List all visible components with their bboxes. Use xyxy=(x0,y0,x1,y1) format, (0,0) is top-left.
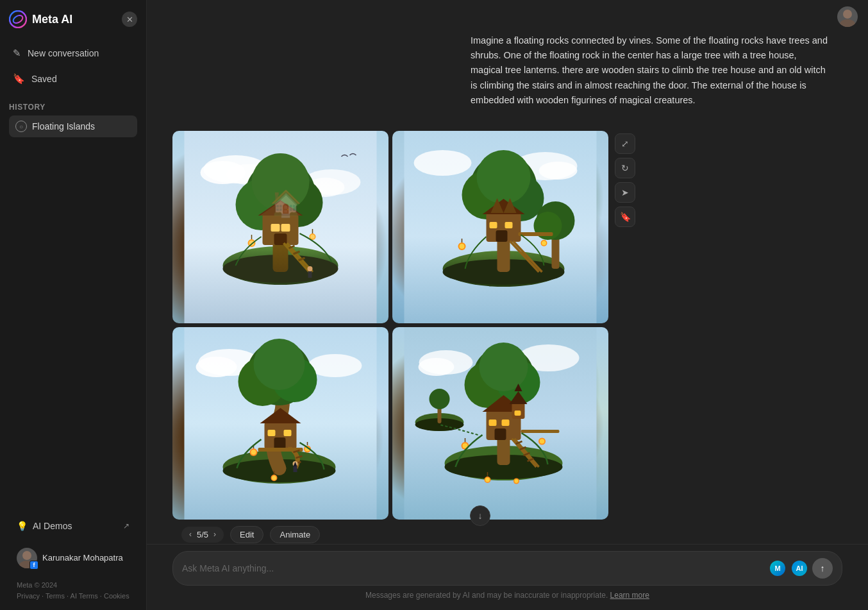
history-label: History xyxy=(9,103,137,112)
saved-icon: 🔖 xyxy=(13,73,25,85)
svg-rect-87 xyxy=(294,466,297,472)
treehouse-scene-1-icon xyxy=(172,131,388,323)
send-button[interactable]: ↑ xyxy=(812,558,833,579)
footer-disclaimer: Messages are generated by AI and may be … xyxy=(172,586,842,606)
svg-point-112 xyxy=(480,343,528,391)
svg-point-36 xyxy=(310,234,315,239)
meta-ai-logo-icon xyxy=(9,10,27,28)
meta-circle-icon-2: AI xyxy=(791,560,808,577)
svg-point-135 xyxy=(485,477,490,482)
messages-container: Imagine a floating rocks connected by vi… xyxy=(147,33,868,544)
page-indicator: 5/5 xyxy=(197,530,208,539)
generated-image-4[interactable] xyxy=(392,327,608,520)
image-controls: ↓ ‹ 5/5 › Edit Animate xyxy=(172,526,842,544)
svg-point-69 xyxy=(196,357,237,377)
svg-rect-119 xyxy=(502,419,510,426)
svg-rect-58 xyxy=(496,230,508,242)
learn-more-link[interactable]: Learn more xyxy=(610,591,649,600)
top-bar xyxy=(147,0,868,33)
new-conversation-icon: ✎ xyxy=(13,47,21,59)
send-icon: ↑ xyxy=(821,563,825,573)
svg-point-1 xyxy=(12,14,24,25)
logo-area: Meta AI xyxy=(9,10,72,28)
generated-image-1[interactable] xyxy=(172,131,388,323)
svg-rect-121 xyxy=(495,428,506,440)
animate-button[interactable]: Animate xyxy=(270,526,320,543)
generated-image-3[interactable] xyxy=(172,327,388,520)
sidebar: Meta AI ✕ ✎ New conversation 🔖 Saved His… xyxy=(0,0,147,610)
messages-wrapper: Imagine a floating rocks connected by vi… xyxy=(147,33,868,544)
expand-button[interactable]: ⤢ xyxy=(615,133,635,154)
svg-text:M: M xyxy=(774,564,780,572)
share-icon: ➤ xyxy=(621,187,629,198)
svg-rect-59 xyxy=(519,232,553,236)
input-wrapper: M AI ↑ xyxy=(172,551,842,586)
svg-rect-120 xyxy=(515,411,521,416)
image-grid-container: ⤢ ↻ ➤ 🔖 xyxy=(172,131,842,520)
sidebar-item-new-conversation[interactable]: ✎ New conversation xyxy=(5,41,141,65)
svg-point-66 xyxy=(542,241,546,245)
sidebar-item-ai-demos[interactable]: 💡 AI Demos ↗ xyxy=(9,514,137,538)
sidebar-header: Meta AI ✕ xyxy=(0,0,146,38)
bookmark-icon: 🔖 xyxy=(620,212,631,222)
terms-link[interactable]: Terms xyxy=(46,592,65,600)
close-button[interactable]: ✕ xyxy=(122,12,137,27)
app-title: Meta AI xyxy=(32,13,72,26)
ai-demos-icon: 💡 xyxy=(17,521,28,531)
history-item-label: Floating Islands xyxy=(32,121,95,131)
treehouse-scene-3-icon xyxy=(172,327,388,520)
history-section: History ○ Floating Islands xyxy=(0,95,146,141)
ai-terms-link[interactable]: AI Terms xyxy=(71,592,98,600)
history-item-icon: ○ xyxy=(15,121,27,132)
refresh-icon: ↻ xyxy=(621,163,629,173)
svg-point-138 xyxy=(515,479,519,483)
prompt-container: Imagine a floating rocks connected by vi… xyxy=(172,33,842,121)
svg-rect-56 xyxy=(490,222,497,228)
svg-point-2 xyxy=(22,551,31,560)
bookmark-button[interactable]: 🔖 xyxy=(615,207,635,227)
share-button[interactable]: ➤ xyxy=(615,182,635,203)
external-link-icon: ↗ xyxy=(123,521,129,530)
treehouse-scene-2-icon xyxy=(392,131,608,323)
privacy-link[interactable]: Privacy xyxy=(17,592,40,600)
history-item-floating-islands[interactable]: ○ Floating Islands xyxy=(9,115,137,137)
next-page-button[interactable]: › xyxy=(212,530,217,539)
top-avatar-icon xyxy=(837,6,858,27)
download-icon: ↓ xyxy=(478,511,483,521)
svg-point-30 xyxy=(308,266,313,271)
sidebar-item-saved[interactable]: 🔖 Saved xyxy=(5,67,141,91)
svg-text:AI: AI xyxy=(796,564,803,572)
ai-demos-label: AI Demos xyxy=(33,521,72,531)
meta-icon-button-1[interactable]: M xyxy=(769,559,787,577)
svg-point-4 xyxy=(843,10,852,19)
prev-page-button[interactable]: ‹ xyxy=(188,530,193,539)
svg-rect-57 xyxy=(505,222,513,228)
svg-point-90 xyxy=(251,450,256,455)
svg-point-100 xyxy=(419,358,455,376)
cookies-link[interactable]: Cookies xyxy=(104,592,129,600)
top-user-avatar xyxy=(837,6,858,27)
pagination: ‹ 5/5 › xyxy=(181,527,224,543)
meta-icon-button-2[interactable]: AI xyxy=(790,559,808,577)
refresh-button[interactable]: ↻ xyxy=(615,158,635,178)
svg-point-76 xyxy=(254,339,305,390)
svg-point-107 xyxy=(430,389,450,409)
facebook-badge-icon: f xyxy=(29,561,38,570)
download-button[interactable]: ↓ xyxy=(470,505,490,526)
svg-point-18 xyxy=(252,153,310,211)
sidebar-navigation: ✎ New conversation 🔖 Saved xyxy=(0,38,146,95)
svg-point-133 xyxy=(540,439,545,444)
chat-input[interactable] xyxy=(182,563,764,573)
svg-point-48 xyxy=(477,150,531,204)
edit-button[interactable]: Edit xyxy=(230,526,263,543)
input-icons: M AI ↑ xyxy=(769,558,833,579)
avatar-container: f xyxy=(17,548,37,568)
generated-image-2[interactable] xyxy=(392,131,608,323)
main-content: Imagine a floating rocks connected by vi… xyxy=(147,0,868,610)
svg-point-96 xyxy=(272,475,276,480)
input-section: M AI ↑ xyxy=(147,544,868,610)
user-profile[interactable]: f Karunakar Mohapatra xyxy=(9,543,137,573)
disclaimer-text: Messages are generated by AI and may be … xyxy=(365,591,608,600)
svg-rect-80 xyxy=(284,430,292,436)
user-prompt-text: Imagine a floating rocks connected by vi… xyxy=(471,33,842,108)
